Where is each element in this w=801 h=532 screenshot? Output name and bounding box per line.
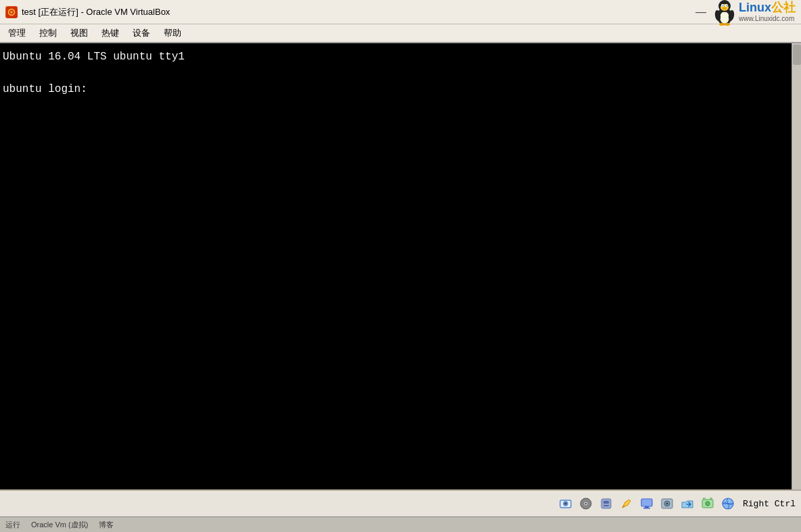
svg-point-13 (725, 23, 730, 26)
title-bar: test [正在运行] - Oracle VM VirtualBox — (0, 0, 801, 24)
svg-point-11 (723, 7, 727, 9)
capture-icon[interactable] (700, 495, 716, 512)
optical-icon[interactable] (578, 495, 594, 512)
svg-point-32 (706, 502, 710, 506)
right-ctrl-label: Right Ctrl (743, 499, 796, 509)
svg-rect-26 (645, 506, 649, 508)
svg-rect-24 (603, 505, 609, 506)
menu-help[interactable]: 帮助 (158, 26, 187, 41)
menu-control[interactable]: 控制 (34, 26, 62, 41)
vm-scrollbar[interactable] (792, 43, 801, 489)
taskbar-items: 运行 Oracle Vm (虚拟) 博客 (5, 520, 114, 530)
svg-point-18 (565, 503, 566, 504)
title-controls: — (693, 0, 796, 26)
share-icon[interactable] (679, 495, 695, 512)
network2-icon[interactable] (720, 495, 736, 512)
menu-manage[interactable]: 管理 (3, 26, 31, 41)
vm-display[interactable]: Ubuntu 16.04 LTS ubuntu tty1 ubuntu logi… (0, 43, 801, 489)
title-left: test [正在运行] - Oracle VM VirtualBox (5, 6, 170, 18)
svg-point-4 (720, 11, 729, 24)
menu-devices[interactable]: 设备 (127, 26, 156, 41)
menu-bar: 管理 控制 视图 热键 设备 帮助 (0, 24, 801, 43)
terminal-line-3: ubuntu login: (3, 81, 798, 97)
taskbar-item-1[interactable]: 运行 (5, 520, 20, 530)
audio-icon[interactable] (659, 495, 675, 512)
svg-point-10 (727, 5, 728, 6)
window-title: test [正在运行] - Oracle VM VirtualBox (22, 6, 170, 18)
taskbar-item-3[interactable]: 博客 (99, 520, 114, 530)
linuxidc-logo: Linux公社 www.Linuxidc.com (712, 0, 796, 26)
tux-icon (712, 0, 737, 26)
svg-point-12 (719, 23, 725, 26)
menu-view[interactable]: 视图 (65, 26, 93, 41)
linux-url: www.Linuxidc.com (739, 15, 794, 22)
terminal-line-2 (3, 65, 798, 81)
status-icons: Right Ctrl (557, 495, 796, 512)
svg-point-30 (666, 503, 668, 505)
terminal-output: Ubuntu 16.04 LTS ubuntu tty1 ubuntu logi… (0, 43, 801, 103)
vm-scrollbar-thumb[interactable] (793, 45, 801, 65)
menu-hotkeys[interactable]: 热键 (96, 26, 124, 41)
usb-icon[interactable] (598, 495, 614, 512)
display-icon[interactable] (639, 495, 655, 512)
svg-point-9 (723, 5, 724, 6)
svg-rect-25 (641, 499, 652, 506)
svg-point-2 (10, 11, 13, 14)
minimize-button[interactable]: — (693, 7, 709, 18)
taskbar: 运行 Oracle Vm (虚拟) 博客 (0, 516, 801, 532)
virtualbox-app-icon (5, 6, 18, 18)
taskbar-item-2[interactable]: Oracle Vm (虚拟) (31, 520, 88, 530)
linuxidc-brand-text: Linux公社 www.Linuxidc.com (739, 1, 796, 22)
network-icon[interactable] (618, 495, 635, 512)
storage-icon[interactable] (557, 495, 574, 512)
linux-brand-name: Linux公社 (739, 1, 796, 15)
svg-rect-27 (643, 508, 650, 509)
terminal-line-1: Ubuntu 16.04 LTS ubuntu tty1 (3, 49, 798, 65)
svg-point-21 (585, 503, 587, 504)
svg-rect-23 (603, 501, 609, 504)
status-bar: Right Ctrl (0, 489, 801, 516)
